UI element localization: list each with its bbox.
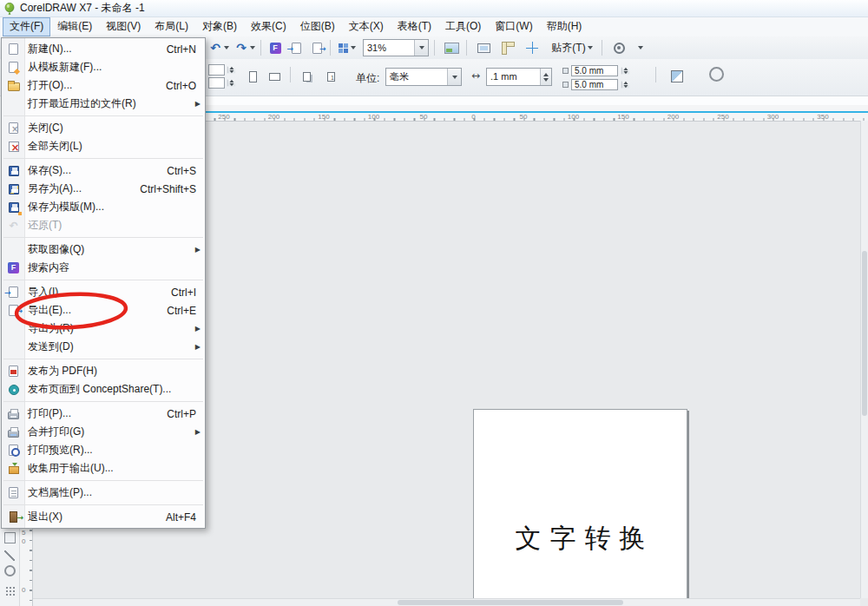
file-menu-item-close[interactable]: 关闭(C) [2, 119, 205, 137]
file-menu-icon-cell [2, 287, 25, 298]
menubar-item-table[interactable]: 表格(T) [391, 17, 438, 36]
horizontal-scrollbar[interactable] [33, 598, 860, 606]
toolbox-tool-button[interactable] [2, 563, 17, 578]
all-pages-button[interactable] [297, 67, 317, 87]
redo-button[interactable]: ↷ [233, 39, 257, 56]
nudge-offset-input[interactable]: .1 mm [486, 68, 552, 86]
drawing-page[interactable]: 文字转换 [473, 409, 687, 606]
page-width-box[interactable] [208, 64, 225, 76]
menubar-item-window[interactable]: 窗口(W) [488, 17, 539, 36]
duplicate-x-value: 5.0 mm [571, 65, 618, 76]
units-combo[interactable]: 毫米 [385, 68, 462, 86]
duplicate-y-value: 5.0 mm [571, 79, 618, 90]
file-menu-icon-cell [2, 305, 25, 316]
file-menu-item-print-preview[interactable]: 打印预览(R)... [2, 441, 205, 459]
toolbox-tool-icon [4, 550, 15, 561]
file-menu-icon-cell [2, 142, 25, 152]
toolbox-tool-button[interactable] [2, 548, 17, 563]
file-menu-item-print[interactable]: 打印(P)...Ctrl+P [2, 405, 205, 423]
file-menu-item-send-to[interactable]: 发送到(D)▶ [2, 338, 205, 356]
toolbox-tool-button[interactable] [2, 583, 17, 598]
show-rulers-button[interactable] [496, 39, 519, 56]
portrait-button[interactable] [243, 67, 263, 87]
spinner-buttons[interactable] [540, 69, 551, 85]
file-menu-item-merge-print[interactable]: 合并打印(G)▶ [2, 423, 205, 441]
file-menu-item-label: 发布页面到 ConceptShare(T)... [25, 382, 205, 397]
page-text-object[interactable]: 文字转换 [474, 521, 687, 557]
options-button[interactable] [608, 39, 630, 56]
outline-width-icon[interactable] [709, 67, 724, 82]
units-label: 单位: [356, 71, 379, 86]
options-icon [614, 43, 625, 54]
page-dimension-spinners[interactable] [208, 64, 236, 90]
fullscreen-preview-button[interactable] [472, 39, 495, 56]
menubar-item-view[interactable]: 视图(V) [99, 17, 148, 36]
horizontal-scrollbar-thumb[interactable] [398, 600, 623, 605]
spinner-buttons[interactable] [227, 67, 235, 74]
coreldraw-window: { "window": { "title": "CorelDRAW X7 - 未… [0, 0, 868, 606]
snap-to-dropdown[interactable]: 贴齐(T) [547, 39, 597, 56]
app-launcher-button[interactable] [335, 39, 358, 56]
file-menu-item-import[interactable]: 导入(I)...Ctrl+I [2, 283, 205, 301]
file-menu-item-close-all[interactable]: 全部关闭(L) [2, 137, 205, 155]
menubar-item-file[interactable]: 文件(F) [3, 17, 50, 36]
file-menu-item-label: 收集用于输出(U)... [25, 461, 205, 476]
menubar-item-layout[interactable]: 布局(L) [148, 17, 195, 36]
file-menu-item-publish-conceptshare[interactable]: 发布页面到 ConceptShare(T)... [2, 380, 205, 399]
file-menu-item-new-from-template[interactable]: 从模板新建(F)... [2, 58, 205, 76]
file-menu-item-export[interactable]: 导出(E)...Ctrl+E [2, 301, 205, 319]
file-menu-item-collect-for-output[interactable]: 收集用于输出(U)... [2, 459, 205, 478]
vertical-scrollbar[interactable] [860, 121, 868, 598]
tb1-sep1 [260, 40, 261, 56]
undo-button[interactable]: ↶ [207, 39, 231, 56]
show-guidelines-button[interactable] [521, 39, 543, 56]
menubar-item-object[interactable]: 对象(B) [195, 17, 244, 36]
landscape-button[interactable] [265, 67, 285, 87]
file-menu-item-label: 打印(P)... [25, 406, 167, 421]
spinner-buttons[interactable] [227, 80, 235, 87]
vertical-scrollbar-thumb[interactable] [862, 251, 867, 416]
file-menu-item-open[interactable]: 打开(O)...Ctrl+O [2, 76, 205, 95]
file-menu-item-document-properties[interactable]: 文档属性(P)... [2, 484, 205, 502]
duplicate-distance-x[interactable]: 5.0 mm [562, 64, 630, 76]
duplicate-distance-y[interactable]: 5.0 mm [562, 78, 630, 90]
ruler-h-label: 300 [763, 113, 784, 121]
menubar-item-help[interactable]: 帮助(H) [540, 17, 589, 36]
toolbox-tool-button[interactable] [2, 530, 17, 545]
file-menu-item-label: 获取图像(Q) [25, 242, 195, 257]
menubar-item-effects[interactable]: 效果(C) [244, 17, 293, 36]
file-menu-item-save-as-template[interactable]: 保存为模版(M)... [2, 198, 205, 216]
file-menu-item-publish-pdf[interactable]: 发布为 PDF(H) [2, 362, 205, 380]
search-content-button[interactable] [266, 39, 285, 56]
file-menu-icon-cell [2, 409, 25, 419]
chevron-down-icon [351, 46, 356, 49]
menubar-item-text[interactable]: 文本(X) [342, 17, 391, 36]
file-menu-item-new[interactable]: 新建(N)...Ctrl+N [2, 40, 205, 58]
menubar-item-tools[interactable]: 工具(O) [438, 17, 488, 36]
spinner-buttons[interactable] [621, 67, 629, 74]
file-menu-item-search-content[interactable]: 搜索内容 [2, 259, 205, 277]
menubar-item-bitmaps[interactable]: 位图(B) [293, 17, 342, 36]
file-menu-item-save-as[interactable]: 另存为(A)...Ctrl+Shift+S [2, 180, 205, 198]
current-page-button[interactable] [321, 67, 341, 87]
file-menu-separator [3, 115, 203, 116]
combo-dropdown-button[interactable] [414, 40, 428, 56]
treat-as-filled-button[interactable] [667, 66, 687, 86]
no-icon [8, 323, 20, 335]
file-menu-item-open-recent[interactable]: 打开最近用过的文件(R)▶ [2, 95, 205, 113]
toolbar-overflow-button[interactable] [634, 39, 648, 56]
ruler-h-label: 250 [214, 113, 234, 121]
page-height-box[interactable] [208, 77, 225, 89]
menubar-item-edit[interactable]: 编辑(E) [50, 17, 99, 36]
file-menu-item-save[interactable]: 保存(S)...Ctrl+S [2, 161, 205, 180]
export-button[interactable] [307, 39, 326, 56]
file-menu-item-exit[interactable]: 退出(X)Alt+F4 [2, 508, 205, 526]
welcome-screen-button[interactable] [440, 39, 463, 56]
zoom-level-combo[interactable]: 31% [363, 39, 429, 56]
close-document-icon [9, 122, 18, 134]
file-menu-item-export-for[interactable]: 导出为(R)▶ [2, 319, 205, 338]
file-menu-item-acquire-image[interactable]: 获取图像(Q)▶ [2, 240, 205, 259]
spinner-buttons[interactable] [621, 81, 629, 88]
import-button[interactable] [286, 39, 306, 56]
combo-dropdown-button[interactable] [447, 69, 461, 85]
